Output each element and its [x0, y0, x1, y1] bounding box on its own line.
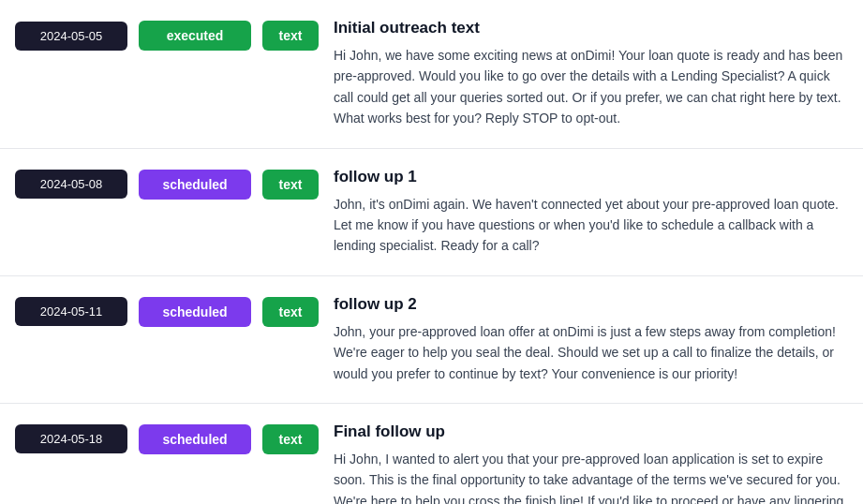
- message-title: follow up 1: [334, 168, 848, 186]
- status-badge: scheduled: [139, 424, 251, 454]
- type-badge: text: [262, 170, 319, 200]
- left-section: 2024-05-08 scheduled text: [15, 168, 319, 200]
- timeline-container: 2024-05-05 executed text Initial outreac…: [0, 0, 863, 504]
- left-section: 2024-05-11 scheduled text: [15, 295, 319, 327]
- content-section: follow up 2 John, your pre-approved loan…: [334, 295, 848, 384]
- date-badge: 2024-05-18: [15, 424, 127, 453]
- status-badge: scheduled: [139, 170, 251, 200]
- message-title: Initial outreach text: [334, 19, 848, 37]
- message-body: John, it's onDimi again. We haven't conn…: [334, 194, 848, 257]
- date-badge: 2024-05-05: [15, 22, 127, 51]
- left-section: 2024-05-05 executed text: [15, 19, 319, 51]
- message-title: follow up 2: [334, 295, 848, 314]
- timeline-row: 2024-05-11 scheduled text follow up 2 Jo…: [0, 276, 863, 404]
- message-body: Hi John, we have some exciting news at o…: [334, 45, 848, 129]
- message-title: Final follow up: [334, 422, 848, 441]
- timeline-row: 2024-05-18 scheduled text Final follow u…: [0, 404, 863, 504]
- date-badge: 2024-05-11: [15, 297, 127, 326]
- date-badge: 2024-05-08: [15, 170, 127, 199]
- message-body: Hi John, I wanted to alert you that your…: [334, 449, 848, 504]
- type-badge: text: [262, 21, 319, 51]
- content-section: follow up 1 John, it's onDimi again. We …: [334, 168, 848, 257]
- timeline-row: 2024-05-08 scheduled text follow up 1 Jo…: [0, 149, 863, 276]
- message-body: John, your pre-approved loan offer at on…: [334, 321, 848, 384]
- content-section: Initial outreach text Hi John, we have s…: [334, 19, 848, 129]
- type-badge: text: [262, 297, 319, 327]
- status-badge: executed: [139, 21, 251, 51]
- timeline-row: 2024-05-05 executed text Initial outreac…: [0, 0, 863, 149]
- content-section: Final follow up Hi John, I wanted to ale…: [334, 422, 848, 504]
- status-badge: scheduled: [139, 297, 251, 327]
- left-section: 2024-05-18 scheduled text: [15, 422, 319, 454]
- type-badge: text: [262, 424, 319, 454]
